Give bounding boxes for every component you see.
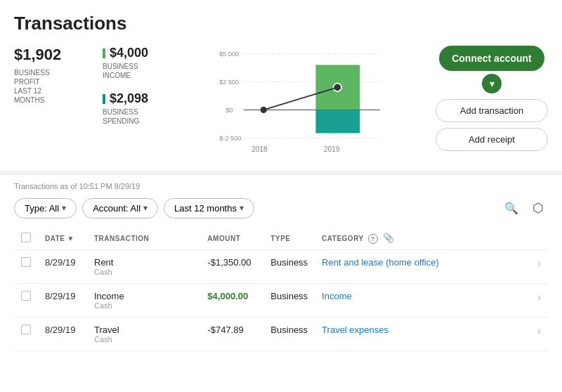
profit-value: $1,902 bbox=[14, 46, 91, 64]
search-icon: 🔍 bbox=[504, 202, 518, 215]
svg-point-8 bbox=[261, 107, 267, 113]
row-checkbox-1[interactable] bbox=[21, 291, 31, 301]
income-spending-stats: $4,000 BUSINESS INCOME $2,098 BUSINESS S… bbox=[103, 46, 180, 126]
actions-area: Connect account ▾ Add transaction Add re… bbox=[436, 46, 548, 151]
date-filter-label: Last 12 months bbox=[174, 203, 237, 214]
row-checkbox-0[interactable] bbox=[21, 257, 31, 267]
row-arrow-2[interactable]: › bbox=[530, 318, 548, 351]
row-checkbox-cell-1 bbox=[14, 284, 38, 318]
income-block: $4,000 BUSINESS INCOME bbox=[103, 46, 180, 80]
row-trans-name-1: Income bbox=[94, 291, 193, 301]
profit-stats: $1,902 BUSINESS PROFIT LAST 12 MONTHS bbox=[14, 46, 91, 105]
account-filter-chevron-icon: ▾ bbox=[143, 203, 148, 213]
date-filter-button[interactable]: Last 12 months ▾ bbox=[164, 198, 254, 218]
svg-text:$0: $0 bbox=[226, 107, 233, 114]
row-amount-0: -$1,350.00 bbox=[200, 250, 263, 284]
svg-text:$5 000: $5 000 bbox=[219, 51, 239, 58]
row-category-2[interactable]: Travel expenses bbox=[315, 318, 530, 351]
row-category-0[interactable]: Rent and lease (home office) bbox=[315, 250, 530, 284]
category-header: CATEGORY ? 📎 bbox=[315, 227, 530, 250]
row-transaction-1: Income Cash bbox=[87, 284, 200, 318]
spending-bar-indicator bbox=[103, 94, 105, 104]
row-amount-1: $4,000.00 bbox=[200, 284, 263, 318]
arrow-header bbox=[530, 227, 548, 250]
transactions-table: DATE ▼ TRANSACTION AMOUNT TYPE CATEGORY … bbox=[14, 227, 548, 351]
profit-label: BUSINESS PROFIT LAST 12 MONTHS bbox=[14, 68, 91, 105]
amount-header: AMOUNT bbox=[200, 227, 263, 250]
category-help-icon[interactable]: ? bbox=[368, 234, 378, 244]
date-filter-chevron-icon: ▾ bbox=[240, 203, 244, 213]
type-filter-button[interactable]: Type: All ▾ bbox=[14, 198, 77, 218]
row-category-1[interactable]: Income bbox=[315, 284, 530, 318]
row-trans-name-0: Rent bbox=[94, 257, 193, 268]
account-filter-label: Account: All bbox=[93, 203, 140, 214]
row-category-link-0[interactable]: Rent and lease (home office) bbox=[322, 257, 439, 268]
row-checkbox-2[interactable] bbox=[21, 325, 31, 334]
type-filter-chevron-icon: ▾ bbox=[62, 203, 66, 213]
svg-text:$2 500: $2 500 bbox=[219, 79, 239, 86]
date-header: DATE ▼ bbox=[38, 227, 87, 250]
svg-text:2019: 2019 bbox=[324, 145, 340, 153]
chevron-down-icon: ▾ bbox=[490, 78, 495, 89]
spending-value: $2,098 bbox=[110, 91, 148, 106]
row-date-1: 8/29/19 bbox=[38, 284, 87, 318]
row-trans-sub-0: Cash bbox=[94, 268, 193, 276]
row-transaction-0: Rent Cash bbox=[87, 250, 200, 284]
select-all-header bbox=[14, 227, 38, 250]
type-filter-label: Type: All bbox=[25, 203, 59, 214]
type-header: TYPE bbox=[263, 227, 315, 250]
row-date-2: 8/29/19 bbox=[38, 318, 87, 351]
row-type-0: Business bbox=[263, 250, 315, 284]
spending-label: BUSINESS SPENDING bbox=[103, 107, 180, 126]
add-receipt-button[interactable]: Add receipt bbox=[436, 128, 548, 151]
row-transaction-2: Travel Cash bbox=[87, 318, 200, 351]
add-transaction-button[interactable]: Add transaction bbox=[436, 99, 548, 122]
row-checkbox-cell-2 bbox=[14, 318, 38, 351]
row-amount-2: -$747.89 bbox=[200, 318, 263, 351]
spending-block: $2,098 BUSINESS SPENDING bbox=[103, 91, 180, 126]
date-sort-icon: ▼ bbox=[67, 235, 74, 242]
transaction-header: TRANSACTION bbox=[87, 227, 200, 250]
row-type-1: Business bbox=[263, 284, 315, 318]
attachment-icon: 📎 bbox=[383, 233, 395, 243]
spending-bar-2019 bbox=[315, 110, 360, 133]
table-row: 8/29/19 Travel Cash -$747.89 Business Tr… bbox=[14, 318, 548, 351]
row-date-0: 8/29/19 bbox=[38, 250, 87, 284]
table-row: 8/29/19 Income Cash $4,000.00 Business I… bbox=[14, 284, 548, 318]
search-button[interactable]: 🔍 bbox=[500, 197, 523, 219]
connect-account-chevron-button[interactable]: ▾ bbox=[482, 74, 502, 93]
row-category-link-2[interactable]: Travel expenses bbox=[322, 325, 388, 335]
row-category-link-1[interactable]: Income bbox=[322, 291, 352, 301]
transactions-chart: $5 000 $2 500 $0 $-2 500 2018 2019 bbox=[191, 46, 424, 158]
income-value: $4,000 bbox=[110, 46, 148, 60]
account-filter-button[interactable]: Account: All ▾ bbox=[82, 198, 158, 218]
page-title: Transactions bbox=[14, 13, 548, 34]
connect-account-button[interactable]: Connect account bbox=[439, 46, 544, 71]
svg-text:2018: 2018 bbox=[251, 145, 268, 153]
income-label: BUSINESS INCOME bbox=[103, 62, 180, 80]
row-trans-sub-1: Cash bbox=[94, 301, 193, 310]
export-button[interactable]: ⬡ bbox=[528, 196, 548, 220]
row-trans-sub-2: Cash bbox=[94, 335, 193, 344]
row-checkbox-cell-0 bbox=[14, 250, 38, 284]
status-bar: Transactions as of 10:51 PM 8/29/19 bbox=[14, 182, 548, 190]
row-type-2: Business bbox=[263, 318, 315, 351]
row-trans-name-2: Travel bbox=[94, 325, 193, 335]
svg-text:$-2 500: $-2 500 bbox=[219, 135, 241, 142]
table-row: 8/29/19 Rent Cash -$1,350.00 Business Re… bbox=[14, 250, 548, 284]
export-icon: ⬡ bbox=[532, 200, 544, 216]
connect-account-wrapper: Connect account ▾ bbox=[436, 46, 548, 93]
row-arrow-0[interactable]: › bbox=[530, 250, 548, 284]
select-all-checkbox[interactable] bbox=[21, 233, 31, 242]
row-arrow-1[interactable]: › bbox=[530, 284, 548, 318]
filters-row: Type: All ▾ Account: All ▾ Last 12 month… bbox=[14, 196, 548, 220]
income-bar-indicator bbox=[103, 48, 105, 58]
